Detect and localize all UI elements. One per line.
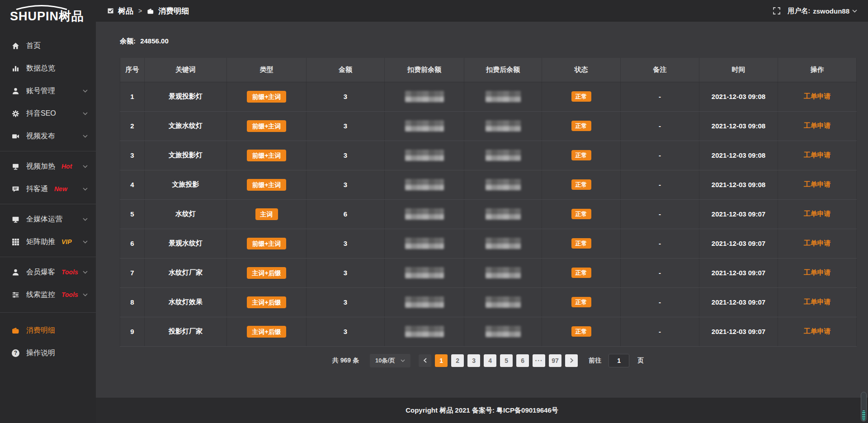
keyword-cell: 文旅投影灯 — [145, 141, 227, 170]
index-cell: 9 — [120, 317, 145, 346]
work-order-link[interactable]: 工单申请 — [804, 92, 831, 100]
chevron-right-icon — [570, 358, 573, 363]
more-pages-button[interactable] — [533, 354, 545, 367]
censored-value — [486, 91, 521, 102]
status-badge: 正常 — [571, 121, 591, 131]
sidebar-item-consumption-details[interactable]: 消费明细 — [0, 319, 96, 342]
time-cell: 2021-12-03 09:08 — [699, 170, 778, 199]
time-cell: 2021-12-03 09:08 — [699, 141, 778, 170]
breadcrumb-root[interactable]: 树品 — [118, 6, 133, 16]
balance-after-cell — [464, 141, 542, 170]
username-label: 用户名: — [788, 7, 810, 15]
col-header-remark: 备注 — [621, 58, 699, 82]
status-cell: 正常 — [542, 199, 621, 229]
page-button-2[interactable]: 2 — [451, 354, 464, 367]
jump-page-input[interactable] — [609, 354, 629, 367]
time-cell: 2021-12-03 09:07 — [699, 317, 778, 346]
page-button-4[interactable]: 4 — [484, 354, 496, 367]
sidebar-item-all-media[interactable]: 全媒体运营 — [0, 208, 96, 230]
status-badge: 正常 — [571, 209, 591, 219]
sidebar-item-member-burst[interactable]: 会员爆客 Tools — [0, 261, 96, 283]
action-cell: 工单申请 — [778, 199, 857, 229]
work-order-link[interactable]: 工单申请 — [804, 180, 831, 188]
work-order-link[interactable]: 工单申请 — [804, 239, 831, 247]
next-page-button[interactable] — [565, 354, 578, 367]
index-cell: 6 — [120, 229, 145, 258]
remark-cell: - — [621, 141, 699, 170]
sidebar-item-douketong[interactable]: 抖客通 New — [0, 178, 96, 200]
top-header: 树品 > 消费明细 用户名: zswodun88 — [96, 0, 868, 22]
remark-cell: - — [621, 229, 699, 258]
chevron-down-icon — [83, 165, 88, 168]
sidebar-item-video-heat[interactable]: 视频加热 Hot — [0, 155, 96, 178]
sidebar-item-label: 消费明细 — [26, 326, 55, 335]
col-header-index: 序号 — [120, 58, 145, 82]
work-order-link[interactable]: 工单申请 — [804, 210, 831, 217]
remark-cell: - — [621, 258, 699, 287]
jump-page-suffix: 页 — [637, 357, 644, 365]
type-badge: 主词+后缀 — [247, 296, 286, 308]
chevron-down-icon — [83, 188, 88, 191]
sidebar-item-instructions[interactable]: 操作说明 — [0, 342, 96, 364]
sidebar-item-account-mgmt[interactable]: 账号管理 — [0, 80, 96, 102]
balance-after-cell — [464, 229, 542, 258]
type-cell: 主词 — [227, 199, 307, 229]
chevron-down-icon — [83, 293, 88, 296]
chevron-down-icon — [83, 112, 88, 115]
page-button-1[interactable]: 1 — [435, 354, 448, 367]
total-count: 共 969 条 — [332, 357, 359, 365]
keyword-cell: 文旅投影 — [145, 170, 227, 199]
user-menu[interactable]: 用户名: zswodun88 — [788, 7, 857, 15]
page-button-6[interactable]: 6 — [516, 354, 529, 367]
keyword-cell: 文旅水纹灯 — [145, 111, 227, 141]
app-logo: SHUPIN树品 — [0, 0, 96, 29]
page-button-5[interactable]: 5 — [500, 354, 513, 367]
sidebar-item-matrix-boost[interactable]: 矩阵助推 VIP — [0, 230, 96, 253]
keyword-cell: 投影灯厂家 — [145, 317, 227, 346]
work-order-link[interactable]: 工单申请 — [804, 327, 831, 335]
censored-value — [486, 150, 521, 161]
status-badge: 正常 — [571, 179, 591, 190]
status-cell: 正常 — [542, 141, 621, 170]
censored-value — [486, 326, 521, 337]
scrollbar-thumb[interactable] — [862, 410, 865, 420]
table-row: 4 文旅投影 前缀+主词 3 正常 - 2021-12-03 09:08 工单申… — [120, 170, 857, 199]
col-header-time: 时间 — [699, 58, 778, 82]
work-order-link[interactable]: 工单申请 — [804, 151, 831, 159]
col-header-action: 操作 — [778, 58, 857, 82]
col-header-balance-after: 扣费后余额 — [464, 58, 542, 82]
fullscreen-icon[interactable] — [773, 7, 780, 14]
page-size-select[interactable]: 10条/页 — [370, 354, 410, 367]
censored-value — [405, 208, 444, 220]
work-order-link[interactable]: 工单申请 — [804, 268, 831, 276]
keyword-cell: 水纹灯 — [145, 199, 227, 229]
logo-text: SHUPIN树品 — [10, 10, 96, 24]
balance-before-cell — [385, 82, 464, 111]
work-order-link[interactable]: 工单申请 — [804, 122, 831, 129]
page-button-3[interactable]: 3 — [467, 354, 480, 367]
new-badge: New — [54, 185, 67, 193]
balance-after-cell — [464, 170, 542, 199]
sidebar-divider — [0, 204, 96, 204]
type-cell: 前缀+主词 — [227, 170, 307, 199]
index-cell: 1 — [120, 82, 145, 111]
sidebar-item-home[interactable]: 首页 — [0, 34, 96, 57]
action-cell: 工单申请 — [778, 82, 857, 111]
prev-page-button[interactable] — [419, 354, 431, 367]
table-row: 2 文旅水纹灯 前缀+主词 3 正常 - 2021-12-03 09:08 工单… — [120, 111, 857, 141]
screen-icon — [12, 163, 19, 170]
balance-after-cell — [464, 199, 542, 229]
censored-value — [486, 208, 521, 220]
app-square-icon — [108, 8, 114, 14]
scrollbar[interactable] — [861, 392, 867, 422]
sidebar-item-data-overview[interactable]: 数据总览 — [0, 57, 96, 80]
balance-after-cell — [464, 317, 542, 346]
sidebar-item-label: 抖音SEO — [26, 109, 56, 118]
page-button-97[interactable]: 97 — [549, 354, 561, 367]
index-cell: 8 — [120, 287, 145, 317]
sidebar-item-video-publish[interactable]: 视频发布 — [0, 125, 96, 147]
sidebar-item-lead-monitor[interactable]: 线索监控 Tools — [0, 283, 96, 306]
sidebar-item-douyin-seo[interactable]: 抖音SEO — [0, 102, 96, 125]
balance-after-cell — [464, 111, 542, 141]
work-order-link[interactable]: 工单申请 — [804, 298, 831, 306]
